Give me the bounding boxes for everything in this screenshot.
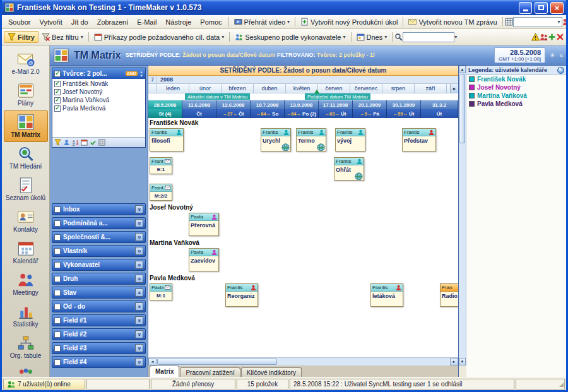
chevron-double-down-icon[interactable]: » <box>135 275 143 283</box>
task-card[interactable]: Frantisek M:2/2 <box>150 184 172 201</box>
scrollbar-thumb[interactable] <box>157 359 277 365</box>
scroll-right-icon[interactable]: ► <box>450 84 458 93</box>
play-video-button[interactable]: Přehrát video ▾ <box>231 16 293 27</box>
filter-section-header[interactable]: Field #4 » <box>52 356 146 368</box>
filter-section-header[interactable]: Field #2 » <box>52 328 146 340</box>
matrix-day-cell[interactable]: ←63→ Út <box>319 109 353 118</box>
creator-filter-header[interactable]: ✓ Tvůrce: 2 pol... AND ▲▼ <box>52 68 145 79</box>
filter-section-header[interactable]: Vykonavatel » <box>52 259 146 271</box>
sidebar-item[interactable]: TM Hledání <box>4 142 48 174</box>
task-card[interactable]: Frantis letáková <box>370 283 403 307</box>
filter-section-header[interactable]: Druh » <box>52 273 146 285</box>
checkbox-icon[interactable]: ✓ <box>54 71 61 77</box>
no-filter-button[interactable]: Bez filtru ▾ <box>38 32 86 42</box>
calendar-icon[interactable] <box>81 139 88 146</box>
scroll-down-icon[interactable]: ▼ <box>459 358 466 365</box>
checkbox-icon[interactable] <box>54 359 61 365</box>
sidebar-item[interactable]: Statistiky <box>4 300 48 331</box>
matrix-day-cell[interactable]: ←9→ Pá <box>353 109 387 118</box>
chevron-double-down-icon[interactable]: » <box>135 288 143 297</box>
month-cell[interactable]: červenec <box>350 84 382 93</box>
matrix-day-cell[interactable]: ←27→ Čt <box>216 109 251 118</box>
matrix-date-cell[interactable]: 30.1.2009 <box>387 100 421 109</box>
month-cell[interactable]: duben <box>254 84 286 93</box>
month-cell[interactable]: srpen <box>382 84 415 93</box>
sidebar-item[interactable]: Kalendář <box>4 237 48 268</box>
menu-item[interactable]: E-Mail <box>133 17 161 27</box>
person-icon[interactable] <box>63 139 70 146</box>
tab[interactable]: Pracovní zatížení <box>180 367 240 377</box>
sidebar-item[interactable]: Seznam úkolů <box>4 174 48 205</box>
checkbox-icon[interactable] <box>54 276 61 282</box>
task-card[interactable]: Frantis Reorganiz <box>225 283 258 307</box>
checkbox-icon[interactable] <box>54 331 61 338</box>
filter-section-header[interactable]: Field #3 » <box>52 342 146 354</box>
minimize-button[interactable] <box>519 2 532 14</box>
checkbox-icon[interactable] <box>54 262 61 268</box>
matrix-date-cell[interactable]: 31.3.2 <box>421 100 458 109</box>
task-card[interactable]: Pavla Zaevidov <box>189 248 219 271</box>
grouped-by-dropdown[interactable]: Seskupeno podle vykonavatele ▾ <box>232 32 348 42</box>
matrix-date-cell[interactable]: 13.9.2008 <box>285 100 319 109</box>
task-card[interactable]: Frantisek E:1 <box>150 157 172 174</box>
scroll-left-icon[interactable]: ◄ <box>148 358 157 365</box>
new-tm-message-button[interactable]: Vytvořit novou TM zprávu <box>405 16 500 27</box>
funnel-icon[interactable] <box>54 139 61 146</box>
titlebar[interactable]: Frantisek Novak on Testing 1 - TimeMaker… <box>2 0 566 15</box>
menu-item[interactable]: Nástroje <box>161 17 196 27</box>
menu-item[interactable]: Soubor <box>4 17 35 27</box>
horizontal-scrollbar[interactable]: ◄ ► <box>148 357 458 365</box>
grid-icon[interactable] <box>505 18 513 26</box>
task-card[interactable]: Frantis Termo <box>296 128 326 151</box>
checkbox-icon[interactable]: ✓ <box>54 89 61 95</box>
matrix-day-cell[interactable]: ←59→ Út <box>387 109 421 118</box>
checkbox-icon[interactable] <box>54 220 61 227</box>
menu-item[interactable]: Zobrazení <box>93 17 133 27</box>
tab[interactable]: Klíčové indikátory <box>241 367 302 377</box>
matrix-date-cell[interactable]: 28.5.2008 <box>148 100 182 109</box>
vertical-scrollbar[interactable]: ▲ ▼ <box>459 66 466 365</box>
sidebar-item[interactable]: Plány <box>4 79 48 110</box>
chevron-double-down-icon[interactable]: » <box>135 261 143 269</box>
check-icon[interactable] <box>90 139 97 146</box>
filter-section-header[interactable]: Společnosti &... » <box>52 231 146 243</box>
sidebar-item[interactable]: Meetingy <box>4 268 48 300</box>
month-cell[interactable]: březen <box>222 84 254 93</box>
filter-user-row[interactable]: ✓ Martina Vaňková <box>52 96 145 104</box>
sidebar-item[interactable] <box>4 363 48 377</box>
today-button[interactable]: Dnes ▾ <box>353 32 391 42</box>
checkbox-icon[interactable] <box>54 290 61 296</box>
sidebar-item[interactable]: Kontakty <box>4 205 48 237</box>
checkbox-icon[interactable]: ✓ <box>54 81 61 87</box>
menu-item[interactable]: Jít do <box>67 17 93 27</box>
chevron-double-down-icon[interactable]: » <box>135 219 143 227</box>
chevron-double-down-icon[interactable]: » <box>135 316 143 324</box>
task-card[interactable]: Frantis Ohřát <box>334 157 364 181</box>
task-card[interactable]: Fran Radio <box>440 283 458 307</box>
collapse-icon[interactable]: « <box>559 52 563 59</box>
month-cell[interactable]: únor <box>189 84 222 93</box>
matrix-day-cell[interactable]: Út <box>421 109 458 118</box>
task-card[interactable]: Frantis filosofi <box>150 128 184 151</box>
chevron-double-down-icon[interactable]: » <box>135 233 143 241</box>
task-card[interactable]: Pavla Med M:1 <box>150 283 172 300</box>
add-icon[interactable] <box>548 33 556 41</box>
matrix-day-cell[interactable]: St (4) <box>148 109 182 118</box>
checkbox-icon[interactable] <box>54 345 61 352</box>
alert-icon[interactable] <box>531 33 540 41</box>
filter-user-row[interactable]: ✓ František Novák <box>52 80 145 88</box>
filter-user-row[interactable]: ✓ Pavla Medková <box>52 104 145 112</box>
matrix-date-cell[interactable]: 11.6.2008 <box>182 100 216 109</box>
task-card[interactable]: Frantis Urychl <box>261 128 291 151</box>
tab[interactable]: Matrix <box>150 365 179 377</box>
matrix-day-cell[interactable]: ←64→ So <box>251 109 285 118</box>
matrix-day-cell[interactable]: ←64→ Po (2) <box>285 109 319 118</box>
sort-az-icon[interactable]: AZ <box>72 139 79 146</box>
checkbox-icon[interactable]: ✓ <box>54 97 61 104</box>
chevron-double-down-icon[interactable]: » <box>135 247 143 255</box>
scrollbar-thumb[interactable] <box>459 74 465 143</box>
chevron-double-down-icon[interactable]: » <box>135 358 143 366</box>
filter-section-header[interactable]: Field #1 » <box>52 314 146 326</box>
search-input[interactable] <box>403 32 454 42</box>
sidebar-item[interactable]: @ e-Mail 2.0 <box>4 47 48 79</box>
